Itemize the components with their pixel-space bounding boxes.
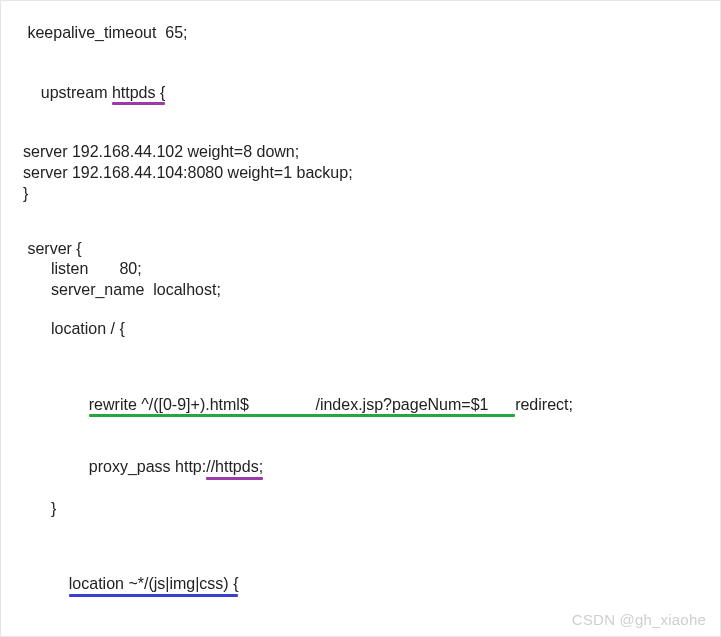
proxy-pass-underline: //httpds;: [206, 457, 263, 478]
rewrite-tail: redirect;: [515, 396, 573, 413]
listen-line: listen 80;: [23, 259, 698, 280]
location-root-open: location / {: [23, 319, 698, 340]
server-name-line: server_name localhost;: [23, 280, 698, 301]
upstream-server-1: server 192.168.44.102 weight=8 down;: [23, 142, 698, 163]
config-snippet-page: keepalive_timeout 65; upstream httpds { …: [0, 0, 721, 637]
location-root-close: }: [23, 499, 698, 520]
proxy-pass-prefix: proxy_pass http:: [89, 458, 206, 475]
proxy-pass-line: proxy_pass http://httpds;: [23, 436, 698, 498]
rewrite-line: rewrite ^/([0-9]+).html$ /index.jsp?page…: [23, 374, 698, 436]
upstream-server-2: server 192.168.44.104:8080 weight=1 back…: [23, 163, 698, 184]
upstream-prefix: upstream: [41, 84, 112, 101]
location-static-underline: location ~*/(js|img|css) {: [69, 574, 239, 595]
location-static-open: location ~*/(js|img|css) {: [23, 553, 698, 615]
server-open: server {: [23, 239, 698, 260]
keepalive-line: keepalive_timeout 65;: [23, 23, 698, 44]
rewrite-underline: rewrite ^/([0-9]+).html$ /index.jsp?page…: [89, 395, 515, 416]
upstream-close-brace: }: [23, 184, 698, 205]
upstream-line: upstream httpds {: [23, 62, 698, 124]
upstream-name-underline: httpds {: [112, 83, 165, 104]
